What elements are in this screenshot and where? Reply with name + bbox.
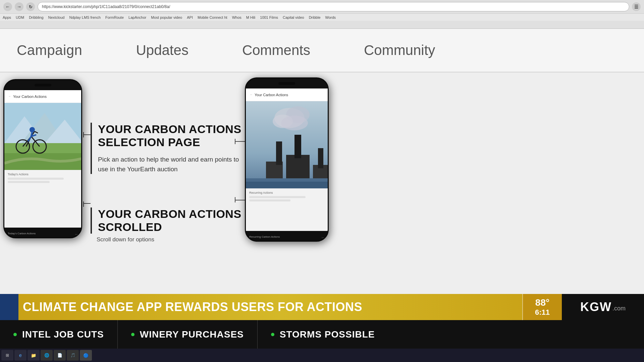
text-block-1: YOUR CARBON ACTIONS SELECTION PAGE Pick … bbox=[91, 123, 248, 174]
tab-community[interactable]: Community bbox=[364, 42, 435, 58]
taskbar-app3[interactable]: 🎵 bbox=[67, 350, 79, 361]
temperature-value: 88° bbox=[535, 297, 549, 308]
left-phone-bottom-text: Today's Carbon Actions bbox=[8, 232, 36, 235]
taskbar-app1[interactable]: 🌐 bbox=[41, 350, 53, 361]
browser-chrome: ← → ↻ https://www.kickstarter.com/php/1I… bbox=[0, 0, 644, 29]
bookmark-lapanchor[interactable]: LapAnchor bbox=[128, 15, 146, 19]
svg-rect-26 bbox=[276, 141, 282, 165]
text-block-2: YOUR CARBON ACTIONS SCROLLED bbox=[91, 207, 248, 234]
right-phone-header: Your Carbon Actions bbox=[255, 93, 288, 97]
ticker-text-2: WINERY PURCHASES bbox=[140, 329, 244, 340]
bookmark-dribbling[interactable]: Dribbling bbox=[29, 15, 43, 19]
bookmark-nextcloud[interactable]: Nextcloud bbox=[48, 15, 65, 19]
ticker-text-3: STORMS POSSIBLE bbox=[280, 329, 375, 340]
phone-right: ← Your Carbon Actions bbox=[245, 77, 329, 242]
block2-heading: YOUR CARBON ACTIONS SCROLLED bbox=[98, 207, 248, 234]
nav-refresh-icon[interactable]: ↻ bbox=[26, 2, 35, 11]
taskbar-ie-icon[interactable]: e bbox=[14, 350, 26, 361]
nav-back-icon[interactable]: ← bbox=[3, 2, 12, 11]
nav-tabs: Campaign Updates Comments Community bbox=[0, 29, 644, 72]
svg-rect-27 bbox=[294, 135, 301, 158]
kgw-logo-block: KGW .com bbox=[562, 294, 644, 320]
phone-left: ← Your Carbon Actions bbox=[3, 79, 82, 238]
headline-bar: CLIMATE CHANGE APP REWARDS USERS FOR ACT… bbox=[0, 294, 562, 320]
svg-rect-28 bbox=[318, 148, 323, 168]
ticker-bar: INTEL JOB CUTS WINERY PURCHASES STORMS P… bbox=[0, 320, 644, 349]
url-bar[interactable]: https://www.kickstarter.com/php/1IC11ada… bbox=[38, 2, 629, 11]
bookmark-api[interactable]: API bbox=[187, 15, 193, 19]
taskbar-chrome-icon[interactable]: 🔵 bbox=[80, 350, 92, 361]
taskbar-app2[interactable]: 📄 bbox=[54, 350, 66, 361]
ticker-item-3: STORMS POSSIBLE bbox=[258, 320, 388, 349]
left-phone-header: Your Carbon Actions bbox=[13, 95, 47, 99]
bookmark-ndplay[interactable]: Ndplay LMS french bbox=[69, 15, 101, 19]
ticker-text-1: INTEL JOB CUTS bbox=[22, 329, 104, 340]
kgw-logo-text: KGW bbox=[580, 300, 612, 314]
tab-campaign[interactable]: Campaign bbox=[17, 42, 82, 58]
taskbar-folder-icon[interactable]: 📁 bbox=[28, 350, 40, 361]
ticker-dot-2 bbox=[131, 333, 135, 336]
bookmark-words[interactable]: Words bbox=[325, 15, 336, 19]
browser-menu-icon[interactable]: ☰ bbox=[632, 2, 641, 11]
ticker-dot-3 bbox=[271, 333, 274, 336]
bookmark-whos[interactable]: Whos bbox=[232, 15, 241, 19]
headline-text: CLIMATE CHANGE APP REWARDS USERS FOR ACT… bbox=[23, 300, 362, 314]
svg-rect-30 bbox=[246, 182, 328, 188]
block1-body: Pick an action to help the world and ear… bbox=[98, 155, 248, 174]
bookmark-capital[interactable]: Capital video bbox=[283, 15, 304, 19]
block1-heading: YOUR CARBON ACTIONS SELECTION PAGE bbox=[98, 123, 248, 149]
bookmark-popular-video[interactable]: Most popular video bbox=[151, 15, 182, 19]
left-phone-dots: ... bbox=[75, 232, 78, 235]
bookmark-formroute[interactable]: FormRoute bbox=[105, 15, 124, 19]
taskbar-start[interactable]: ⊞ bbox=[1, 350, 13, 361]
bookmark-dribble[interactable]: Dribble bbox=[309, 15, 321, 19]
bookmark-1001films[interactable]: 1001 Films bbox=[260, 15, 278, 19]
ticker-item-2: WINERY PURCHASES bbox=[118, 320, 258, 349]
time-value: 6:11 bbox=[535, 308, 550, 317]
temperature-block: 88° 6:11 bbox=[522, 294, 562, 320]
ticker-dot-1 bbox=[13, 333, 17, 336]
kgw-logo-suffix: .com bbox=[612, 305, 626, 312]
right-phone-bottom-text: Recurring Carbon Actions bbox=[249, 235, 280, 238]
nav-forward-icon[interactable]: → bbox=[15, 2, 23, 11]
right-phone-dots: ... bbox=[322, 235, 324, 239]
text-content: YOUR CARBON ACTIONS SELECTION PAGE Pick … bbox=[91, 82, 248, 243]
taskbar: ⊞ e 📁 🌐 📄 🎵 🔵 bbox=[0, 349, 644, 362]
bookmarks-bar: Apps UDM Dribbling Nextcloud Ndplay LMS … bbox=[0, 13, 644, 21]
ticker-item-1: INTEL JOB CUTS bbox=[0, 320, 118, 349]
bookmark-apps[interactable]: Apps bbox=[3, 15, 11, 19]
bookmark-mobile-connect[interactable]: Mobile Connect ht bbox=[198, 15, 227, 19]
svg-point-14 bbox=[30, 127, 35, 132]
tab-updates[interactable]: Updates bbox=[136, 42, 188, 58]
tab-comments[interactable]: Comments bbox=[242, 42, 310, 58]
bookmark-udm[interactable]: UDM bbox=[16, 15, 24, 19]
bookmark-mhili[interactable]: M Hili bbox=[246, 15, 256, 19]
svg-point-22 bbox=[281, 116, 308, 130]
content-area: ← Your Carbon Actions bbox=[0, 72, 644, 362]
block2-sub: Scroll down for options bbox=[91, 236, 248, 243]
